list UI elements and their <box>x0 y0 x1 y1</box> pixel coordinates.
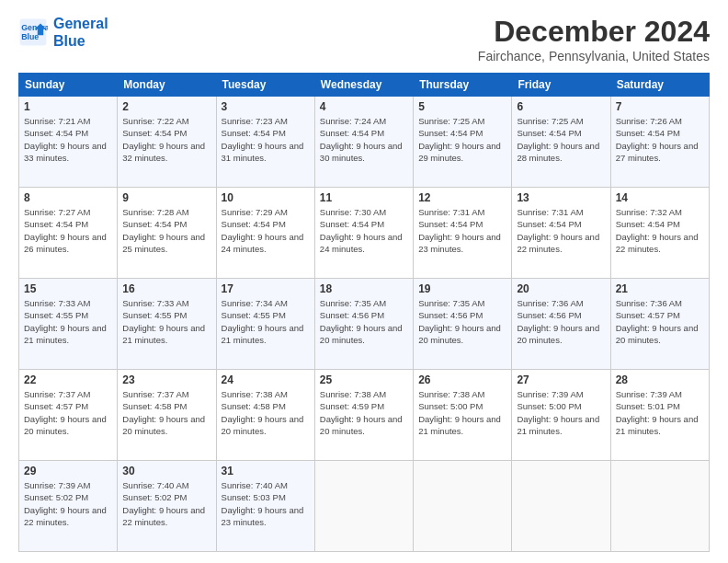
col-thursday: Thursday <box>414 74 512 97</box>
table-row: 17Sunrise: 7:34 AMSunset: 4:55 PMDayligh… <box>216 279 314 370</box>
table-row: 9Sunrise: 7:28 AMSunset: 4:54 PMDaylight… <box>118 188 216 279</box>
day-info: Sunrise: 7:37 AMSunset: 4:57 PMDaylight:… <box>24 388 112 437</box>
col-friday: Friday <box>512 74 610 97</box>
table-row: 15Sunrise: 7:33 AMSunset: 4:55 PMDayligh… <box>19 279 118 370</box>
logo-general: General <box>53 16 108 31</box>
day-info: Sunrise: 7:29 AMSunset: 4:54 PMDaylight:… <box>222 206 310 255</box>
day-info: Sunrise: 7:25 AMSunset: 4:54 PMDaylight:… <box>517 115 605 164</box>
day-info: Sunrise: 7:38 AMSunset: 4:59 PMDaylight:… <box>320 388 408 437</box>
table-row: 1Sunrise: 7:21 AMSunset: 4:54 PMDaylight… <box>19 97 118 188</box>
table-row: 5Sunrise: 7:25 AMSunset: 4:54 PMDaylight… <box>414 97 512 188</box>
day-info: Sunrise: 7:40 AMSunset: 5:02 PMDaylight:… <box>122 479 210 528</box>
day-number: 4 <box>320 100 408 113</box>
table-row: 20Sunrise: 7:36 AMSunset: 4:56 PMDayligh… <box>512 279 610 370</box>
calendar-table: Sunday Monday Tuesday Wednesday Thursday… <box>18 73 710 552</box>
calendar-week-5: 29Sunrise: 7:39 AMSunset: 5:02 PMDayligh… <box>19 461 710 552</box>
table-row: 11Sunrise: 7:30 AMSunset: 4:54 PMDayligh… <box>314 188 413 279</box>
col-tuesday: Tuesday <box>216 74 314 97</box>
table-row: 6Sunrise: 7:25 AMSunset: 4:54 PMDaylight… <box>512 97 610 188</box>
logo-icon: General Blue <box>18 17 48 47</box>
day-number: 21 <box>616 282 704 295</box>
day-info: Sunrise: 7:35 AMSunset: 4:56 PMDaylight:… <box>320 297 408 346</box>
day-number: 26 <box>418 373 506 386</box>
day-info: Sunrise: 7:25 AMSunset: 4:54 PMDaylight:… <box>418 115 506 164</box>
calendar-week-2: 8Sunrise: 7:27 AMSunset: 4:54 PMDaylight… <box>19 188 710 279</box>
day-number: 24 <box>222 373 310 386</box>
col-monday: Monday <box>118 74 216 97</box>
day-number: 13 <box>517 191 605 204</box>
table-row: 21Sunrise: 7:36 AMSunset: 4:57 PMDayligh… <box>610 279 709 370</box>
day-number: 12 <box>418 191 506 204</box>
day-number: 6 <box>517 100 605 113</box>
calendar-header-row: Sunday Monday Tuesday Wednesday Thursday… <box>19 74 710 97</box>
page: General Blue General Blue December 2024 … <box>0 0 728 563</box>
day-info: Sunrise: 7:39 AMSunset: 5:02 PMDaylight:… <box>24 479 112 528</box>
subtitle: Fairchance, Pennsylvania, United States <box>478 49 710 63</box>
table-row: 13Sunrise: 7:31 AMSunset: 4:54 PMDayligh… <box>512 188 610 279</box>
table-row: 12Sunrise: 7:31 AMSunset: 4:54 PMDayligh… <box>414 188 512 279</box>
day-info: Sunrise: 7:38 AMSunset: 4:58 PMDaylight:… <box>222 388 310 437</box>
day-info: Sunrise: 7:36 AMSunset: 4:56 PMDaylight:… <box>517 297 605 346</box>
table-row: 27Sunrise: 7:39 AMSunset: 5:00 PMDayligh… <box>512 370 610 461</box>
table-row: 14Sunrise: 7:32 AMSunset: 4:54 PMDayligh… <box>610 188 709 279</box>
day-info: Sunrise: 7:38 AMSunset: 5:00 PMDaylight:… <box>418 388 506 437</box>
day-info: Sunrise: 7:24 AMSunset: 4:54 PMDaylight:… <box>320 115 408 164</box>
table-row: 29Sunrise: 7:39 AMSunset: 5:02 PMDayligh… <box>19 461 118 552</box>
day-number: 31 <box>222 465 310 477</box>
header: General Blue General Blue December 2024 … <box>18 15 710 63</box>
table-row: 23Sunrise: 7:37 AMSunset: 4:58 PMDayligh… <box>118 370 216 461</box>
day-info: Sunrise: 7:33 AMSunset: 4:55 PMDaylight:… <box>122 297 210 346</box>
table-row: 2Sunrise: 7:22 AMSunset: 4:54 PMDaylight… <box>118 97 216 188</box>
main-title: December 2024 <box>478 15 710 49</box>
day-number: 28 <box>616 373 704 386</box>
table-row <box>314 461 413 552</box>
table-row: 10Sunrise: 7:29 AMSunset: 4:54 PMDayligh… <box>216 188 314 279</box>
table-row: 28Sunrise: 7:39 AMSunset: 5:01 PMDayligh… <box>610 370 709 461</box>
table-row: 4Sunrise: 7:24 AMSunset: 4:54 PMDaylight… <box>314 97 413 188</box>
day-number: 15 <box>24 282 112 295</box>
day-number: 18 <box>320 282 408 295</box>
logo: General Blue General Blue <box>18 15 108 50</box>
table-row: 8Sunrise: 7:27 AMSunset: 4:54 PMDaylight… <box>19 188 118 279</box>
day-number: 14 <box>616 191 704 204</box>
day-number: 22 <box>24 373 112 386</box>
day-info: Sunrise: 7:22 AMSunset: 4:54 PMDaylight:… <box>122 115 210 164</box>
day-number: 27 <box>517 373 605 386</box>
table-row: 3Sunrise: 7:23 AMSunset: 4:54 PMDaylight… <box>216 97 314 188</box>
day-info: Sunrise: 7:31 AMSunset: 4:54 PMDaylight:… <box>517 206 605 255</box>
day-number: 9 <box>122 191 210 204</box>
table-row <box>512 461 610 552</box>
day-info: Sunrise: 7:28 AMSunset: 4:54 PMDaylight:… <box>122 206 210 255</box>
col-sunday: Sunday <box>19 74 118 97</box>
day-info: Sunrise: 7:40 AMSunset: 5:03 PMDaylight:… <box>222 479 310 528</box>
table-row: 18Sunrise: 7:35 AMSunset: 4:56 PMDayligh… <box>314 279 413 370</box>
col-saturday: Saturday <box>610 74 709 97</box>
day-number: 7 <box>616 100 704 113</box>
day-number: 25 <box>320 373 408 386</box>
table-row: 19Sunrise: 7:35 AMSunset: 4:56 PMDayligh… <box>414 279 512 370</box>
day-number: 11 <box>320 191 408 204</box>
day-number: 30 <box>122 465 210 477</box>
calendar-week-3: 15Sunrise: 7:33 AMSunset: 4:55 PMDayligh… <box>19 279 710 370</box>
table-row: 31Sunrise: 7:40 AMSunset: 5:03 PMDayligh… <box>216 461 314 552</box>
calendar-week-1: 1Sunrise: 7:21 AMSunset: 4:54 PMDaylight… <box>19 97 710 188</box>
day-info: Sunrise: 7:33 AMSunset: 4:55 PMDaylight:… <box>24 297 112 346</box>
day-number: 20 <box>517 282 605 295</box>
logo-blue: Blue <box>53 33 85 49</box>
table-row: 7Sunrise: 7:26 AMSunset: 4:54 PMDaylight… <box>610 97 709 188</box>
day-number: 29 <box>24 465 112 477</box>
day-info: Sunrise: 7:34 AMSunset: 4:55 PMDaylight:… <box>222 297 310 346</box>
day-number: 17 <box>222 282 310 295</box>
day-info: Sunrise: 7:39 AMSunset: 5:00 PMDaylight:… <box>517 388 605 437</box>
table-row: 22Sunrise: 7:37 AMSunset: 4:57 PMDayligh… <box>19 370 118 461</box>
day-number: 19 <box>418 282 506 295</box>
day-info: Sunrise: 7:36 AMSunset: 4:57 PMDaylight:… <box>616 297 704 346</box>
day-info: Sunrise: 7:30 AMSunset: 4:54 PMDaylight:… <box>320 206 408 255</box>
day-info: Sunrise: 7:26 AMSunset: 4:54 PMDaylight:… <box>616 115 704 164</box>
day-number: 10 <box>222 191 310 204</box>
day-number: 3 <box>222 100 310 113</box>
table-row <box>414 461 512 552</box>
col-wednesday: Wednesday <box>314 74 413 97</box>
calendar-week-4: 22Sunrise: 7:37 AMSunset: 4:57 PMDayligh… <box>19 370 710 461</box>
table-row: 25Sunrise: 7:38 AMSunset: 4:59 PMDayligh… <box>314 370 413 461</box>
